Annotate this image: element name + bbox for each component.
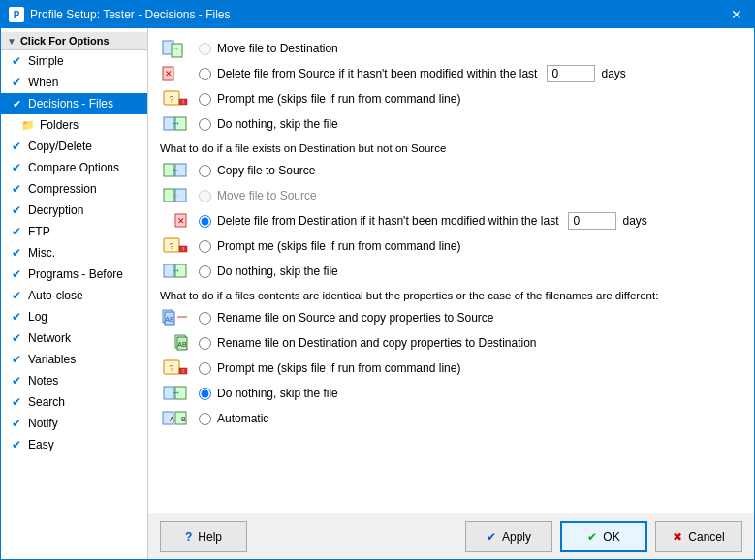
radio-del-dest-label[interactable]: Delete file from Destination if it hasn'… — [199, 212, 742, 230]
del-dest-days-input[interactable] — [568, 212, 616, 230]
prompt-src-icon: ? ! — [160, 89, 191, 109]
sidebar-label-log: Log — [28, 310, 47, 324]
sidebar-item-decryption[interactable]: ✔ Decryption — [1, 200, 147, 221]
radio-copy-src[interactable] — [199, 165, 211, 177]
radio-skip-ident[interactable] — [199, 388, 211, 400]
sidebar-item-ftp[interactable]: ✔ FTP — [1, 221, 147, 242]
radio-prompt-dest-text: Prompt me (skips file if run from comman… — [217, 239, 460, 253]
radio-rename-dest-label[interactable]: Rename file on Destination and copy prop… — [199, 336, 537, 350]
sidebar-item-copy-delete[interactable]: ✔ Copy/Delete — [1, 136, 147, 157]
check-icon: ✔ — [9, 75, 24, 90]
radio-auto-label[interactable]: Automatic — [199, 412, 268, 425]
close-button[interactable]: ✕ — [727, 5, 746, 24]
check-icon: ✔ — [9, 53, 24, 69]
option-row-rename-src: AB Rename file on Source and copy proper… — [160, 305, 742, 330]
main-content: → Move file to Destination ✕ — [148, 28, 754, 513]
svg-text:→: → — [172, 45, 179, 53]
ok-label: OK — [603, 530, 619, 544]
radio-move-dest-label[interactable]: Move file to Destination — [199, 42, 338, 55]
radio-skip-src-label[interactable]: Do nothing, skip the file — [199, 117, 338, 131]
radio-rename-src[interactable] — [199, 312, 211, 325]
radio-move-src[interactable] — [199, 190, 211, 202]
check-icon: ✔ — [9, 245, 24, 261]
radio-rename-dest[interactable] — [199, 337, 211, 350]
sidebar-label-compare-options: Compare Options — [28, 161, 119, 174]
radio-del-src[interactable] — [199, 68, 211, 80]
sidebar-item-network[interactable]: ✔ Network — [1, 327, 147, 349]
section2-header: What to do if a files contents are ident… — [160, 290, 742, 301]
apply-button[interactable]: ✔ Apply — [465, 521, 552, 552]
sidebar-item-when[interactable]: ✔ When — [1, 72, 147, 93]
radio-prompt-ident[interactable] — [199, 362, 211, 375]
sidebar-item-misc[interactable]: ✔ Misc. — [1, 242, 147, 264]
sidebar-item-programs-before[interactable]: ✔ Programs - Before — [1, 264, 147, 285]
sidebar-item-simple[interactable]: ✔ Simple — [1, 50, 147, 72]
radio-skip-ident-label[interactable]: Do nothing, skip the file — [199, 387, 338, 400]
help-button[interactable]: ? Help — [160, 521, 247, 552]
radio-prompt-ident-label[interactable]: Prompt me (skips file if run from comman… — [199, 361, 460, 375]
sidebar-item-compression[interactable]: ✔ Compression — [1, 178, 147, 200]
radio-skip-src-text: Do nothing, skip the file — [217, 117, 338, 131]
svg-text:⤏: ⤏ — [173, 266, 179, 275]
sidebar-item-folders[interactable]: 📁 Folders — [1, 114, 147, 136]
app-icon: P — [9, 7, 24, 22]
radio-prompt-src-label[interactable]: Prompt me (skips file if run from comman… — [199, 92, 460, 106]
option-row-move-src: ← Move file to Source — [160, 183, 742, 208]
sidebar-header[interactable]: ▼ Click For Options — [1, 32, 147, 50]
sidebar-item-decisions-files[interactable]: ✔ Decisions - Files — [1, 93, 147, 114]
radio-prompt-dest[interactable] — [199, 240, 211, 253]
sidebar-item-compare-options[interactable]: ✔ Compare Options — [1, 157, 147, 178]
sidebar-item-notify[interactable]: ✔ Notify — [1, 413, 147, 434]
option-row-skip-dest: ⤏ Do nothing, skip the file — [160, 259, 742, 284]
svg-text:⤏: ⤏ — [173, 389, 179, 397]
radio-skip-src[interactable] — [199, 118, 211, 131]
ok-button[interactable]: ✔ OK — [560, 521, 647, 552]
apply-label: Apply — [502, 530, 531, 544]
sidebar-label-notify: Notify — [28, 417, 58, 430]
section1-header: What to do if a file exists on Destinati… — [160, 142, 742, 154]
cancel-button[interactable]: ✖ Cancel — [655, 521, 742, 552]
option-row-skip-src: ⤏ Do nothing, skip the file — [160, 111, 742, 137]
check-icon: ✔ — [9, 330, 24, 346]
radio-del-src-label[interactable]: Delete file from Source if it hasn't bee… — [199, 65, 742, 82]
radio-auto-text: Automatic — [217, 412, 268, 425]
radio-skip-dest[interactable] — [199, 265, 211, 278]
sidebar-label-simple: Simple — [28, 54, 64, 68]
move-dest-icon: → — [160, 39, 191, 58]
sidebar-header-label: Click For Options — [20, 35, 110, 47]
radio-prompt-dest-label[interactable]: Prompt me (skips file if run from comman… — [199, 239, 460, 253]
cancel-label: Cancel — [688, 530, 724, 544]
radio-rename-src-label[interactable]: Rename file on Source and copy propertie… — [199, 311, 494, 325]
option-row-copy-src: ← Copy file to Source — [160, 158, 742, 183]
radio-copy-src-label[interactable]: Copy file to Source — [199, 164, 315, 177]
svg-text:⤏: ⤏ — [173, 119, 179, 128]
del-src-days-label: days — [601, 67, 625, 80]
svg-text:A: A — [170, 416, 174, 422]
sidebar-item-variables[interactable]: ✔ Variables — [1, 349, 147, 370]
svg-text:B: B — [181, 416, 186, 422]
svg-text:←: ← — [172, 166, 179, 174]
sidebar-item-auto-close[interactable]: ✔ Auto-close — [1, 285, 147, 306]
option-row-move-dest: → Move file to Destination — [160, 36, 742, 61]
sidebar-item-search[interactable]: ✔ Search — [1, 391, 147, 413]
radio-move-src-label[interactable]: Move file to Source — [199, 189, 317, 202]
radio-skip-dest-label[interactable]: Do nothing, skip the file — [199, 264, 338, 278]
check-icon: ✔ — [9, 416, 24, 431]
sidebar-item-easy[interactable]: ✔ Easy — [1, 434, 147, 455]
sidebar-label-compression: Compression — [28, 182, 97, 196]
del-src-days-input[interactable] — [547, 65, 595, 82]
radio-prompt-src[interactable] — [199, 93, 211, 106]
rename-dest-icon: AB — [160, 333, 191, 353]
radio-move-dest[interactable] — [199, 43, 211, 55]
copy-src-icon: ← — [160, 161, 191, 180]
svg-text:AB: AB — [177, 341, 187, 348]
radio-auto[interactable] — [199, 413, 211, 425]
svg-text:?: ? — [169, 363, 173, 373]
radio-del-dest[interactable] — [199, 215, 211, 228]
sidebar-item-notes[interactable]: ✔ Notes — [1, 370, 147, 391]
check-icon: ✔ — [9, 394, 24, 410]
sidebar-item-log[interactable]: ✔ Log — [1, 306, 147, 327]
sidebar-label-folders: Folders — [40, 118, 79, 132]
titlebar-left: P Profile Setup: Tester - Decisions - Fi… — [9, 7, 231, 22]
sidebar-label-easy: Easy — [28, 438, 54, 451]
